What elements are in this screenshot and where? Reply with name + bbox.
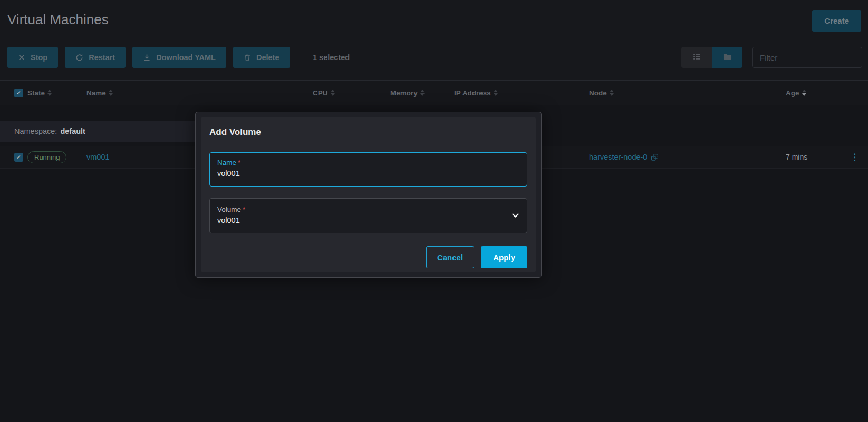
sort-icon — [109, 90, 113, 96]
namespace-group-value: default — [60, 127, 85, 135]
delete-button-label: Delete — [256, 53, 279, 62]
column-header-node[interactable]: Node — [589, 89, 786, 97]
column-header-name[interactable]: Name — [86, 89, 313, 97]
vm-name-link[interactable]: vm001 — [86, 153, 110, 161]
folder-icon — [723, 52, 732, 63]
bulk-actions-toolbar: Stop Restart Download YAML Delete — [7, 47, 290, 68]
list-icon — [692, 52, 701, 63]
select-all-checkbox[interactable]: ✓ — [14, 89, 23, 97]
column-header-age[interactable]: Age — [786, 89, 850, 97]
page-header-background — [0, 0, 868, 80]
row-checkbox[interactable]: ✓ — [14, 153, 23, 162]
column-header-cpu[interactable]: CPU — [313, 89, 390, 97]
cancel-button[interactable]: Cancel — [426, 246, 474, 268]
sort-icon — [47, 90, 52, 96]
delete-button[interactable]: Delete — [233, 47, 290, 68]
modal-divider — [209, 144, 527, 144]
add-volume-modal: Add Volume Name* Volume* vol001 Cancel A… — [195, 112, 542, 278]
table-header-row: ✓ State Name CPU Memory IP Address Node … — [0, 80, 868, 105]
required-marker: * — [243, 205, 245, 213]
column-header-ip-address[interactable]: IP Address — [454, 89, 589, 97]
chevron-down-icon — [512, 213, 519, 218]
column-header-state[interactable]: State — [27, 89, 86, 97]
modal-button-row: Cancel Apply — [209, 246, 527, 268]
filter-input[interactable] — [752, 47, 862, 68]
name-field[interactable]: Name* — [209, 152, 527, 187]
row-actions-menu-button[interactable]: ⋮ — [850, 153, 859, 162]
restart-button[interactable]: Restart — [65, 47, 126, 68]
page-title: Virtual Machines — [7, 12, 109, 28]
age-cell: 7 mins — [786, 153, 807, 161]
x-icon — [18, 54, 25, 61]
sort-icon — [420, 90, 425, 96]
name-field-label: Name — [217, 159, 236, 166]
add-volume-modal-body: Add Volume Name* Volume* vol001 Cancel A… — [201, 117, 536, 272]
required-marker: * — [238, 159, 240, 166]
volume-selected-value: vol001 — [217, 216, 519, 224]
sort-icon — [494, 90, 498, 96]
trash-icon — [244, 54, 251, 61]
stop-button[interactable]: Stop — [7, 47, 58, 68]
restart-button-label: Restart — [89, 53, 115, 62]
copy-icon[interactable] — [651, 153, 659, 161]
column-header-memory[interactable]: Memory — [390, 89, 454, 97]
node-link[interactable]: harvester-node-0 — [589, 153, 647, 161]
modal-title: Add Volume — [209, 127, 527, 138]
name-input[interactable] — [217, 169, 519, 178]
selected-count: 1 selected — [313, 47, 350, 68]
grouped-view-button[interactable] — [712, 47, 742, 68]
download-yaml-button[interactable]: Download YAML — [132, 47, 226, 68]
sort-icon — [802, 90, 806, 96]
create-button[interactable]: Create — [812, 10, 861, 32]
view-mode-toggle — [681, 47, 742, 68]
status-badge: Running — [27, 151, 66, 163]
apply-button[interactable]: Apply — [481, 246, 527, 268]
list-view-button[interactable] — [681, 47, 712, 68]
volume-select[interactable]: Volume* vol001 — [209, 198, 527, 233]
stop-button-label: Stop — [31, 53, 47, 62]
sort-icon — [610, 90, 614, 96]
volume-field-label: Volume — [217, 205, 241, 213]
sort-icon — [331, 90, 335, 96]
download-yaml-button-label: Download YAML — [156, 53, 216, 62]
download-icon — [143, 54, 151, 62]
namespace-group-label: Namespace: — [14, 127, 57, 135]
restart-icon — [75, 54, 83, 62]
